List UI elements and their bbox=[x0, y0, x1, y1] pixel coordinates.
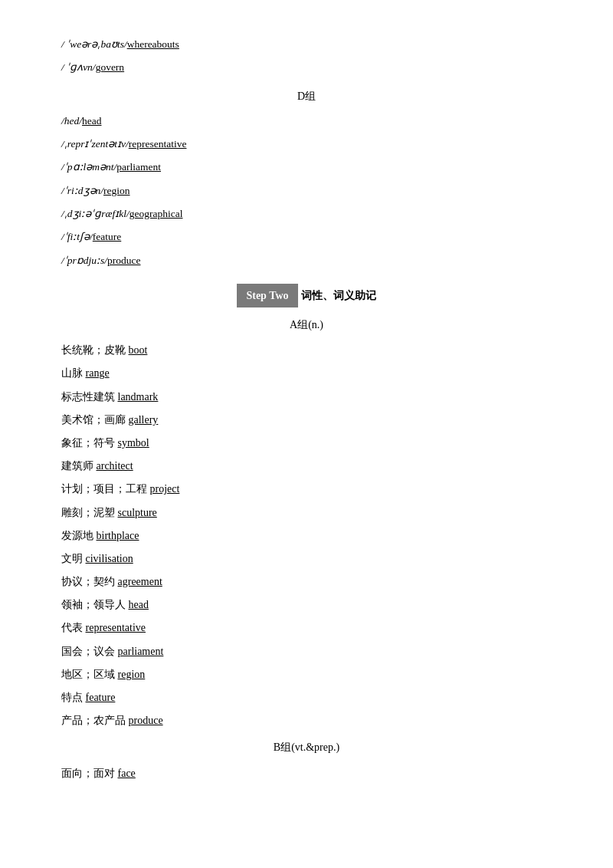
step-two-title: 词性、词义助记 bbox=[301, 290, 376, 301]
word-parliament-pron: parliament bbox=[116, 161, 161, 173]
word-geographical-pron: geographical bbox=[129, 208, 183, 219]
pronunciation-line-region: /ˈriːdʒən/region bbox=[61, 182, 552, 200]
vocab-feature: 特点 feature bbox=[61, 688, 552, 707]
step-two-banner: Step Two bbox=[237, 284, 297, 307]
vocab-chinese-project: 计划；项目；工程 bbox=[61, 483, 147, 495]
pronunciation-line-head: /hed/head bbox=[61, 112, 552, 130]
vocab-chinese-range: 山脉 bbox=[61, 367, 83, 379]
a-group-vocab-section: 长统靴；皮靴 boot 山脉 range 标志性建筑 landmark 美术馆；… bbox=[61, 340, 552, 730]
vocab-chinese-representative: 代表 bbox=[61, 622, 83, 633]
vocab-chinese-architect: 建筑师 bbox=[61, 460, 93, 472]
vocab-sculpture: 雕刻；泥塑 sculpture bbox=[61, 503, 552, 522]
pronunciation-line-representative: /ˌreprɪˈzentətɪv/representative bbox=[61, 135, 552, 153]
vocab-architect: 建筑师 architect bbox=[61, 456, 552, 475]
phonetic-region: /ˈriːdʒən/ bbox=[61, 185, 103, 196]
vocab-gallery: 美术馆；画廊 gallery bbox=[61, 410, 552, 429]
vocab-word-region: region bbox=[118, 669, 146, 680]
pronunciation-line-govern: / ˈɡʌvn/govern bbox=[61, 58, 552, 77]
word-whereabouts: whereabouts bbox=[127, 38, 179, 50]
vocab-word-civilisation: civilisation bbox=[86, 553, 133, 564]
phonetic-representative: /ˌreprɪˈzentətɪv/ bbox=[61, 138, 129, 150]
phonetic-govern: / ˈɡʌvn/ bbox=[61, 61, 96, 73]
vocab-chinese-agreement: 协议；契约 bbox=[61, 576, 115, 587]
top-pronunciation-section: / ˈweərəˌbaʊts/whereabouts / ˈɡʌvn/gover… bbox=[61, 35, 552, 77]
vocab-representative: 代表 representative bbox=[61, 618, 552, 637]
vocab-word-range: range bbox=[86, 367, 110, 379]
vocab-word-landmark: landmark bbox=[118, 391, 159, 403]
pronunciation-line-geographical: /ˌdʒiːəˈɡræfɪkl/geographical bbox=[61, 205, 552, 223]
d-group-label: D组 bbox=[61, 87, 552, 106]
vocab-birthplace: 发源地 birthplace bbox=[61, 526, 552, 545]
step-two-header: Step Two词性、词义助记 bbox=[61, 284, 552, 307]
phonetic-whereabouts: / ˈweərəˌbaʊts/ bbox=[61, 38, 127, 50]
vocab-chinese-gallery: 美术馆；画廊 bbox=[61, 414, 126, 426]
vocab-chinese-produce: 产品；农产品 bbox=[61, 715, 126, 726]
vocab-word-face: face bbox=[118, 768, 136, 779]
vocab-head: 领袖；领导人 head bbox=[61, 595, 552, 614]
vocab-chinese-symbol: 象征；符号 bbox=[61, 437, 115, 449]
b-group-vocab-section: 面向；面对 face bbox=[61, 764, 552, 783]
pronunciation-line-feature: /ˈfiːtʃə/feature bbox=[61, 228, 552, 246]
vocab-face: 面向；面对 face bbox=[61, 764, 552, 783]
word-representative-pron: representative bbox=[129, 138, 187, 150]
vocab-civilisation: 文明 civilisation bbox=[61, 549, 552, 568]
vocab-chinese-face: 面向；面对 bbox=[61, 768, 115, 779]
d-group-pronunciation-section: /hed/head /ˌreprɪˈzentətɪv/representativ… bbox=[61, 112, 552, 270]
phonetic-parliament: /ˈpɑːləmənt/ bbox=[61, 161, 116, 173]
vocab-landmark: 标志性建筑 landmark bbox=[61, 387, 552, 406]
vocab-chinese-birthplace: 发源地 bbox=[61, 530, 93, 541]
b-group-label: B组(vt.&prep.) bbox=[61, 738, 552, 757]
phonetic-feature: /ˈfiːtʃə/ bbox=[61, 231, 93, 242]
word-region-pron: region bbox=[103, 185, 130, 196]
word-feature-pron: feature bbox=[93, 231, 121, 242]
vocab-range: 山脉 range bbox=[61, 363, 552, 383]
vocab-chinese-boot: 长统靴；皮靴 bbox=[61, 344, 126, 356]
word-produce-pron: produce bbox=[107, 255, 140, 266]
a-group-label: A组(n.) bbox=[61, 315, 552, 334]
vocab-word-agreement: agreement bbox=[118, 576, 162, 587]
word-govern: govern bbox=[96, 61, 125, 73]
vocab-word-parliament: parliament bbox=[118, 646, 164, 657]
vocab-produce: 产品；农产品 produce bbox=[61, 711, 552, 730]
pronunciation-line-produce: /ˈprɒdjuːs/produce bbox=[61, 252, 552, 270]
vocab-agreement: 协议；契约 agreement bbox=[61, 572, 552, 591]
phonetic-head: /hed/ bbox=[61, 115, 82, 127]
vocab-chinese-region: 地区；区域 bbox=[61, 669, 115, 680]
vocab-word-produce: produce bbox=[129, 715, 163, 726]
vocab-word-representative: representative bbox=[86, 622, 146, 633]
word-head-pron: head bbox=[82, 115, 101, 127]
phonetic-produce: /ˈprɒdjuːs/ bbox=[61, 255, 107, 266]
vocab-word-symbol: symbol bbox=[118, 437, 149, 449]
pronunciation-line-whereabouts: / ˈweərəˌbaʊts/whereabouts bbox=[61, 35, 552, 54]
pronunciation-line-parliament: /ˈpɑːləmənt/parliament bbox=[61, 158, 552, 176]
vocab-chinese-landmark: 标志性建筑 bbox=[61, 391, 115, 403]
phonetic-geographical: /ˌdʒiːəˈɡræfɪkl/ bbox=[61, 208, 129, 219]
vocab-word-architect: architect bbox=[97, 460, 133, 472]
vocab-project: 计划；项目；工程 project bbox=[61, 479, 552, 498]
vocab-word-project: project bbox=[150, 483, 180, 495]
vocab-chinese-parliament: 国会；议会 bbox=[61, 646, 115, 657]
vocab-word-sculpture: sculpture bbox=[118, 507, 157, 518]
vocab-chinese-feature: 特点 bbox=[61, 692, 83, 703]
vocab-parliament: 国会；议会 parliament bbox=[61, 642, 552, 661]
vocab-boot: 长统靴；皮靴 boot bbox=[61, 340, 552, 360]
vocab-word-feature: feature bbox=[86, 692, 116, 703]
vocab-word-gallery: gallery bbox=[129, 414, 159, 426]
vocab-region: 地区；区域 region bbox=[61, 665, 552, 684]
vocab-symbol: 象征；符号 symbol bbox=[61, 433, 552, 452]
vocab-chinese-sculpture: 雕刻；泥塑 bbox=[61, 507, 115, 518]
vocab-word-head: head bbox=[129, 599, 149, 610]
vocab-word-birthplace: birthplace bbox=[97, 530, 139, 541]
vocab-word-boot: boot bbox=[129, 344, 148, 356]
vocab-chinese-head: 领袖；领导人 bbox=[61, 599, 126, 610]
vocab-chinese-civilisation: 文明 bbox=[61, 553, 83, 564]
